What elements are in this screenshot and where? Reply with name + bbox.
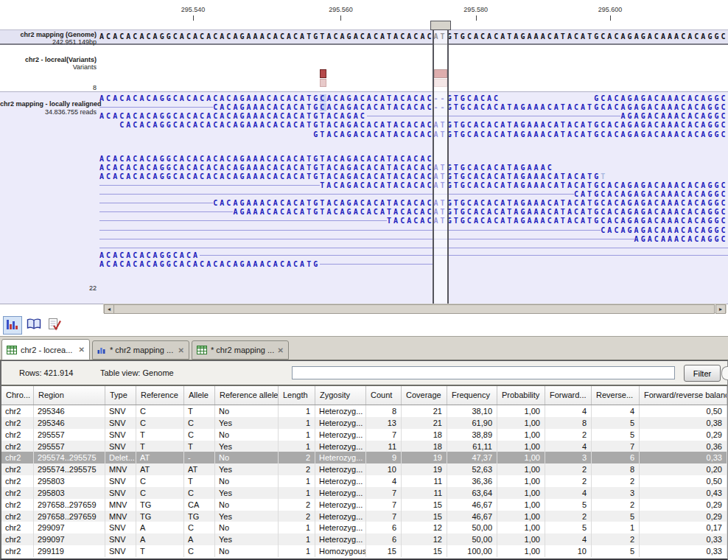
aligned-read[interactable]: T (601, 172, 607, 181)
aligned-read[interactable]: ACAGACACATACACAC (326, 94, 433, 102)
graph-view-button[interactable] (3, 316, 22, 335)
aligned-read[interactable]: CACAGAAACACACATG (213, 103, 320, 111)
ruler-tick-mark (340, 15, 341, 21)
tab-1[interactable]: chr2 - locrea...✕ (1, 339, 90, 360)
column-header[interactable]: Reference allele (215, 386, 279, 405)
read-pair-line (99, 203, 213, 203)
filter-input[interactable] (292, 366, 675, 379)
aligned-read[interactable]: ACACACACAGGCACACACACAGAAACACACATGTACAGAC… (99, 155, 434, 163)
column-header[interactable]: Type (105, 386, 136, 405)
tab-close-icon[interactable]: ✕ (79, 346, 85, 354)
aligned-read[interactable]: C (320, 94, 326, 102)
column-header[interactable]: Count (366, 386, 402, 405)
table-cell: 50,00 (447, 522, 497, 533)
table-cell: 11 (402, 475, 447, 487)
tab-2[interactable]: * chr2 mapping ...✕ (92, 340, 189, 360)
aligned-read[interactable]: GTGCACACATAGAAACATACATGCACAGAGACAAACACAG… (447, 103, 728, 111)
tab-3[interactable]: * chr2 mapping ...✕ (192, 340, 289, 360)
table-cell: chr2 (1, 533, 34, 545)
table-cell: 5 (592, 545, 640, 557)
column-header[interactable]: Reverse... (592, 386, 640, 405)
column-header[interactable]: Region (34, 386, 105, 405)
table-cell: SNV (105, 475, 136, 487)
editor-tab-bar: chr2 - locrea...✕* chr2 mapping ...✕* ch… (0, 336, 728, 360)
table-cell: SNV (105, 405, 136, 417)
column-header[interactable]: Coverage (402, 386, 447, 405)
table-row[interactable]: chr2297658..297659MNVTGTGYes2Heterozyg..… (1, 511, 727, 522)
table-cell: 0,17 (640, 522, 727, 533)
aligned-read[interactable]: AGAAACACACATGTACAGACACATACACACATGTGCACAC… (233, 208, 727, 216)
table-edit-view-button[interactable] (45, 316, 64, 335)
table-row[interactable]: chr2299097SNVACNo1Heterozyg...61250,001,… (1, 522, 727, 533)
table-cell: Heterozyg... (315, 463, 366, 475)
aligned-read[interactable]: GTGCACAC (447, 94, 501, 102)
aligned-read[interactable]: ACACACACAGGCACACACACAGAAACACACATGTACAGAC… (99, 172, 601, 181)
aligned-read[interactable]: CACACAGGCACACACACAGAAACACACATGTACAGACACA… (119, 121, 727, 129)
table-cell: chr2 (1, 475, 34, 487)
table-cell: 4 (545, 405, 592, 417)
column-header[interactable]: Forward... (545, 386, 592, 405)
aligned-read[interactable]: ACACACACAGGCACACACACAGAAACACACATGTACAGAC… (99, 164, 554, 172)
aligned-read[interactable]: CATGCACAGAGACAAACACAGGC (574, 190, 728, 198)
table-cell: 9 (366, 452, 402, 463)
variant-marker[interactable] (320, 69, 326, 78)
aligned-read[interactable]: AGACAAACACAGGC (634, 235, 728, 243)
ruler-tick-label: 295.540 (181, 6, 206, 13)
table-cell: 0,29 (640, 499, 727, 511)
table-row[interactable]: chr2295557SNVTCNo1Heterozyg...71838,891,… (1, 429, 727, 441)
aligned-read[interactable]: ACAGACACATACACAC (326, 103, 433, 111)
table-row[interactable]: chr2299119SNVTCNo1Homozygous1515100,001,… (1, 545, 727, 557)
sequence-browser[interactable]: chr2 mapping (Genome) 242.951.149bp chr2… (0, 0, 728, 315)
table-row[interactable]: chr2295803SNVCCYes1Heterozyg...71163,641… (1, 487, 727, 499)
column-header[interactable]: Probability (497, 386, 545, 405)
table-cell: Yes (215, 441, 279, 452)
table-row[interactable]: chr2295574..295575Delet...AT-No2Heterozy… (1, 452, 727, 463)
column-header[interactable]: Length (279, 386, 315, 405)
aligned-read[interactable]: TACAGACACATACACACATGTGCACACATAGAAACATACA… (320, 181, 727, 189)
aligned-read[interactable]: ACACACACAGGCACACACACAGAAACACACATG (99, 260, 320, 268)
table-cell: 11 (366, 441, 402, 452)
table-row[interactable]: chr2295346SNVCCYes1Heterozyg...132161,90… (1, 417, 727, 429)
table-cell: Yes (215, 463, 279, 475)
table-cell: 1,00 (497, 522, 545, 533)
column-header[interactable]: Forward/reverse balance (640, 386, 727, 405)
book-view-button[interactable] (24, 316, 43, 335)
aligned-read[interactable]: GCACAGAGACAAACACAGGC (594, 94, 727, 102)
table-cell: 295346 (34, 417, 105, 429)
column-header[interactable]: Chro... (1, 386, 34, 405)
table-row[interactable]: chr2297658..297659MNVTGCANo2Heterozyg...… (1, 499, 727, 511)
column-header[interactable]: Reference (136, 386, 184, 405)
table-row[interactable]: chr2295803SNVCTNo1Heterozyg...41136,361,… (1, 475, 727, 487)
table-row[interactable]: chr2295574..295575MNVATATYes2Heterozyg..… (1, 463, 727, 475)
tab-close-icon[interactable]: ✕ (178, 346, 184, 354)
selection-right-line[interactable] (447, 21, 449, 304)
aligned-read[interactable]: CACAGAGACAAACACAGGC (601, 226, 727, 234)
aligned-read[interactable]: CACAGAAACACACATGTACAGACACATACACACATGTGCA… (213, 199, 727, 207)
column-header[interactable]: Frequency (447, 386, 497, 405)
ruler-tick-mark (610, 15, 611, 21)
selection-handle[interactable] (430, 21, 451, 30)
read-pair-line (99, 248, 728, 248)
column-header[interactable]: Allele (184, 386, 215, 405)
tab-close-icon[interactable]: ✕ (278, 346, 284, 354)
aligned-read[interactable]: ACACACACAGGCACACACACAGAAACACACATGTACAGAC (99, 112, 367, 120)
table-cell: C (184, 545, 215, 557)
collapsed-panel-handle[interactable] (721, 366, 728, 380)
read-pair-line (99, 107, 213, 108)
aligned-read[interactable]: ACACACACAGGCACACACACAGAAACACACATG (99, 94, 320, 102)
table-cell: 295574..295575 (34, 463, 105, 475)
table-cell: Heterozyg... (315, 429, 366, 441)
column-header[interactable]: Zygosity (315, 386, 366, 405)
table-cell: 295574..295575 (34, 452, 105, 463)
aligned-read[interactable]: GTACAGACACATACACACATGTGCACACATAGAAACATAC… (313, 130, 727, 139)
aligned-read[interactable]: C (320, 103, 326, 111)
table-cell: 1 (592, 522, 640, 533)
aligned-read[interactable]: AGAGACAAACACAGGC (620, 112, 727, 120)
table-row[interactable]: chr2295346SNVCTNo1Heterozyg...82138,101,… (1, 405, 727, 417)
table-row[interactable]: chr2295557SNVTTYes1Heterozyg...111861,11… (1, 441, 727, 452)
aligned-read[interactable]: ACACACACAGGCACA (99, 251, 200, 259)
filter-button[interactable]: Filter (684, 365, 721, 382)
table-row[interactable]: chr2299097SNVAAYes1Heterozyg...61250,001… (1, 533, 727, 545)
table-cell: 0,33 (640, 533, 727, 545)
selection-left-line[interactable] (433, 21, 434, 304)
